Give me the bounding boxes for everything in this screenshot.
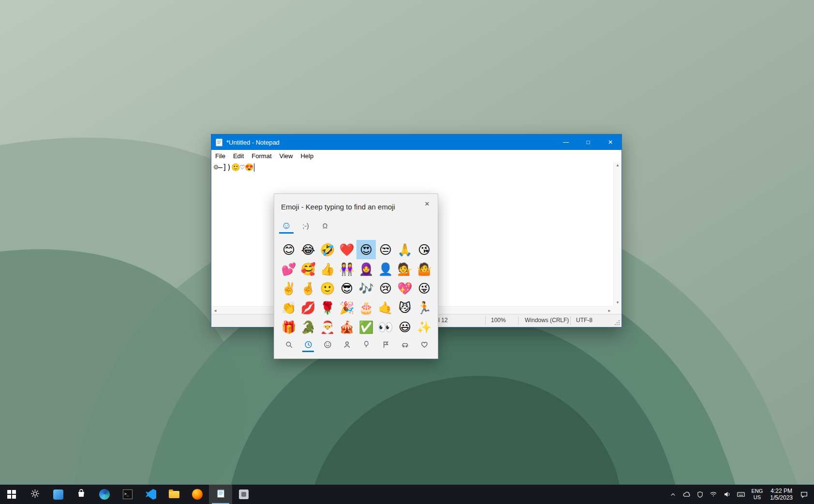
language-indicator[interactable]: ENG US <box>748 485 766 504</box>
language-line1: ENG <box>751 488 763 494</box>
category-smileys-icon[interactable] <box>318 339 337 357</box>
emoji-cell[interactable]: ❤️ <box>337 240 356 259</box>
action-center-icon[interactable] <box>797 485 811 504</box>
emoji-grid: 😊😂🤣❤️😍😒🙏😘💕🥰👍👭🧕👤💁🤷✌️🤞🙂😎🎶😢💖😜👏💋🌹🎉🎂🤙😼🏃🎁🐊🎅🎪✅👀… <box>279 240 434 337</box>
emoji-cell[interactable]: 👍 <box>318 259 337 279</box>
scroll-left-arrow[interactable]: ◄ <box>213 309 217 313</box>
file-explorer-folder-icon <box>169 491 179 498</box>
category-search-icon[interactable] <box>279 339 298 357</box>
category-symbols-icon[interactable] <box>414 339 434 357</box>
emoji-cell[interactable]: 💖 <box>395 279 414 298</box>
minimize-button[interactable]: — <box>555 134 577 150</box>
taskbar-app-notepad[interactable] <box>209 485 232 504</box>
emoji-cell[interactable]: 👀 <box>376 317 395 337</box>
onedrive-cloud-icon[interactable] <box>680 485 694 504</box>
menu-format[interactable]: Format <box>248 150 275 162</box>
emoji-cell[interactable]: 🥰 <box>298 259 318 279</box>
resize-grip[interactable] <box>619 324 620 325</box>
emoji-cell[interactable]: 🎅 <box>318 317 337 337</box>
emoji-cell[interactable]: 😎 <box>337 279 356 298</box>
close-button[interactable]: ✕ <box>599 134 622 150</box>
category-people-icon[interactable] <box>337 339 356 357</box>
emoji-cell[interactable]: 🤞 <box>298 279 318 298</box>
taskbar-app-file-explorer[interactable] <box>163 485 186 504</box>
emoji-cell[interactable]: 😢 <box>376 279 395 298</box>
touch-keyboard-icon[interactable] <box>734 485 748 504</box>
category-recently-used-icon[interactable] <box>298 339 318 357</box>
emoji-cell[interactable]: 💁 <box>395 259 414 279</box>
status-line-ending: Windows (CRLF) <box>525 314 569 326</box>
volume-speaker-icon[interactable] <box>720 485 734 504</box>
category-transportation-icon[interactable] <box>395 339 414 357</box>
menu-file[interactable]: File <box>211 150 229 162</box>
tab-emoji[interactable]: ☺ <box>279 218 294 234</box>
notepad-titlebar[interactable]: *Untitled - Notepad — □ ✕ <box>211 134 622 150</box>
taskbar-app-vscode[interactable] <box>139 485 163 504</box>
taskbar-clock[interactable]: 4:22 PM 1/5/2023 <box>766 485 797 504</box>
taskbar-app-paint[interactable] <box>232 485 255 504</box>
emoji-cell[interactable]: 🤙 <box>376 298 395 317</box>
taskbar-app-settings[interactable] <box>23 485 46 504</box>
security-shield-icon[interactable] <box>694 485 707 504</box>
emoji-cell[interactable]: 😃 <box>395 317 414 337</box>
emoji-cell[interactable]: 😘 <box>414 240 434 259</box>
emoji-cell[interactable]: 🧕 <box>356 259 376 279</box>
emoji-cell[interactable]: 😜 <box>414 279 434 298</box>
emoji-cell[interactable]: 🎁 <box>279 317 298 337</box>
emoji-cell[interactable]: 😂 <box>298 240 318 259</box>
emoji-panel-tabs: ☺ ;-) Ω <box>279 218 332 234</box>
emoji-cell[interactable]: ✌️ <box>279 279 298 298</box>
taskbar-app-edge[interactable] <box>93 485 116 504</box>
start-button[interactable] <box>0 485 23 504</box>
menu-view[interactable]: View <box>276 150 297 162</box>
emoji-cell[interactable]: 🤣 <box>318 240 337 259</box>
tab-symbols[interactable]: Ω <box>318 218 332 234</box>
emoji-cell[interactable]: 🤷 <box>414 259 434 279</box>
emoji-cell[interactable]: 🌹 <box>318 298 337 317</box>
status-encoding: UTF-8 <box>576 314 592 326</box>
paint-icon <box>239 489 249 499</box>
emoji-cell[interactable]: 😊 <box>279 240 298 259</box>
maximize-button[interactable]: □ <box>577 134 599 150</box>
taskbar-app-firefox[interactable] <box>186 485 209 504</box>
emoji-cell[interactable]: 🙂 <box>318 279 337 298</box>
scroll-down-arrow[interactable]: ▼ <box>616 300 620 305</box>
status-separator <box>518 316 518 325</box>
emoji-panel-close-icon[interactable]: ✕ <box>420 198 434 209</box>
scroll-right-arrow[interactable]: ► <box>607 309 611 313</box>
taskbar-apps: >_ <box>0 485 255 504</box>
taskbar-app-terminal[interactable]: >_ <box>116 485 139 504</box>
emoji-cell[interactable]: 🎶 <box>356 279 376 298</box>
taskbar-app-store[interactable] <box>70 485 93 504</box>
tray-chevron-up-icon[interactable] <box>666 485 680 504</box>
taskbar-app-photos[interactable] <box>46 485 70 504</box>
status-zoom-level: 100% <box>491 314 506 326</box>
status-separator <box>485 316 486 325</box>
emoji-cell[interactable]: 🐊 <box>298 317 318 337</box>
emoji-cell[interactable]: 👏 <box>279 298 298 317</box>
network-wifi-icon[interactable] <box>707 485 720 504</box>
emoji-cell[interactable]: ✨ <box>414 317 434 337</box>
emoji-cell[interactable]: 👤 <box>376 259 395 279</box>
emoji-cell[interactable]: 😼 <box>395 298 414 317</box>
emoji-cell[interactable]: 🎂 <box>356 298 376 317</box>
menu-edit[interactable]: Edit <box>229 150 248 162</box>
emoji-cell[interactable]: 😒 <box>376 240 395 259</box>
clock-date: 1/5/2023 <box>770 494 793 501</box>
emoji-cell[interactable]: 💕 <box>279 259 298 279</box>
category-celebrations-icon[interactable] <box>356 339 376 357</box>
vertical-scrollbar[interactable]: ▲ ▼ <box>613 162 622 306</box>
menu-help[interactable]: Help <box>296 150 317 162</box>
emoji-cell[interactable]: 🙏 <box>395 240 414 259</box>
scroll-up-arrow[interactable]: ▲ <box>616 163 620 167</box>
emoji-cell[interactable]: 👭 <box>337 259 356 279</box>
emoji-cell[interactable]: 🏃 <box>414 298 434 317</box>
emoji-cell[interactable]: 🎪 <box>337 317 356 337</box>
tab-kaomoji[interactable]: ;-) <box>298 218 313 234</box>
emoji-cell[interactable]: 💋 <box>298 298 318 317</box>
emoji-cell[interactable]: 😍 <box>356 240 376 259</box>
emoji-cell[interactable]: ✅ <box>356 317 376 337</box>
notepad-app-icon <box>215 138 223 147</box>
emoji-cell[interactable]: 🎉 <box>337 298 356 317</box>
category-flags-icon[interactable] <box>376 339 395 357</box>
